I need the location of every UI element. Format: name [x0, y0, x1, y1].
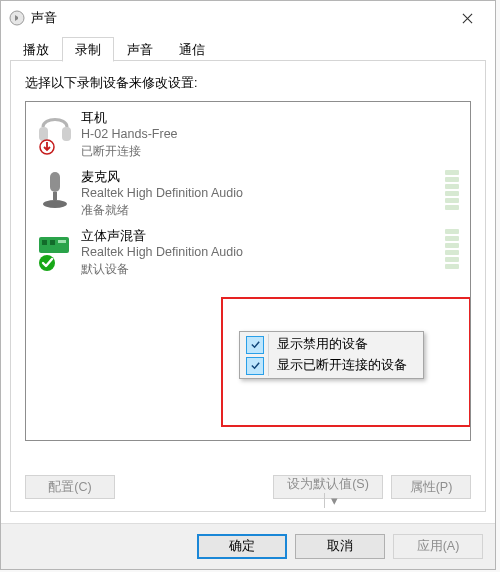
device-status: 准备就绪 [81, 202, 243, 219]
device-subtitle: H-02 Hands-Free [81, 126, 178, 143]
window-title: 声音 [31, 10, 447, 27]
properties-button[interactable]: 属性(P) [391, 475, 471, 499]
svg-point-6 [43, 200, 67, 208]
device-subtitle: Realtek High Definition Audio [81, 244, 243, 261]
tab-play[interactable]: 播放 [10, 37, 62, 61]
apply-button[interactable]: 应用(A) [393, 534, 483, 559]
panel-buttons: 配置(C) 设为默认值(S) ▾ 属性(P) [25, 475, 471, 499]
dialog-footer: 确定 取消 应用(A) [1, 523, 495, 569]
tab-comm[interactable]: 通信 [166, 37, 218, 61]
device-item-stereomix[interactable]: 立体声混音 Realtek High Definition Audio 默认设备 [29, 223, 467, 282]
menu-item-label: 显示已断开连接的设备 [277, 357, 407, 374]
device-item-headset[interactable]: 耳机 H-02 Hands-Free 已断开连接 [29, 105, 467, 164]
level-meter [445, 170, 459, 210]
set-default-button[interactable]: 设为默认值(S) ▾ [273, 475, 383, 499]
check-icon [246, 357, 264, 375]
device-status: 已断开连接 [81, 143, 178, 160]
device-status: 默认设备 [81, 261, 243, 278]
svg-rect-10 [58, 240, 66, 243]
svg-rect-4 [50, 172, 60, 192]
tab-record[interactable]: 录制 [62, 37, 114, 62]
device-item-microphone[interactable]: 麦克风 Realtek High Definition Audio 准备就绪 [29, 164, 467, 223]
chevron-down-icon: ▾ [324, 493, 338, 508]
svg-rect-8 [42, 240, 47, 245]
soundcard-icon [35, 227, 75, 273]
titlebar: 声音 [1, 1, 495, 35]
record-tab-panel: 选择以下录制设备来修改设置: 耳机 H-02 Hands-Free 已 [10, 61, 486, 512]
close-button[interactable] [447, 4, 487, 32]
panel-description: 选择以下录制设备来修改设置: [25, 75, 471, 92]
device-title: 耳机 [81, 109, 178, 126]
microphone-icon [35, 168, 75, 214]
menu-item-show-disconnected[interactable]: 显示已断开连接的设备 [242, 355, 421, 376]
device-subtitle: Realtek High Definition Audio [81, 185, 243, 202]
context-menu: 显示禁用的设备 显示已断开连接的设备 [239, 331, 424, 379]
app-icon [9, 10, 25, 26]
check-icon [246, 336, 264, 354]
svg-rect-5 [53, 192, 57, 200]
svg-rect-9 [50, 240, 55, 245]
menu-item-show-disabled[interactable]: 显示禁用的设备 [242, 334, 421, 355]
sound-dialog: 声音 播放 录制 声音 通信 选择以下录制设备来修改设置: [0, 0, 496, 570]
svg-rect-2 [62, 127, 71, 141]
tab-strip: 播放 录制 声音 通信 [1, 37, 495, 61]
svg-rect-1 [39, 127, 48, 141]
configure-button[interactable]: 配置(C) [25, 475, 115, 499]
device-title: 立体声混音 [81, 227, 243, 244]
device-title: 麦克风 [81, 168, 243, 185]
set-default-label: 设为默认值(S) [287, 477, 369, 491]
headset-icon [35, 109, 75, 155]
ok-button[interactable]: 确定 [197, 534, 287, 559]
tab-sound[interactable]: 声音 [114, 37, 166, 61]
cancel-button[interactable]: 取消 [295, 534, 385, 559]
menu-item-label: 显示禁用的设备 [277, 336, 368, 353]
level-meter [445, 229, 459, 269]
device-list[interactable]: 耳机 H-02 Hands-Free 已断开连接 麦克风 Realtek Hig… [25, 101, 471, 441]
close-icon [462, 13, 473, 24]
